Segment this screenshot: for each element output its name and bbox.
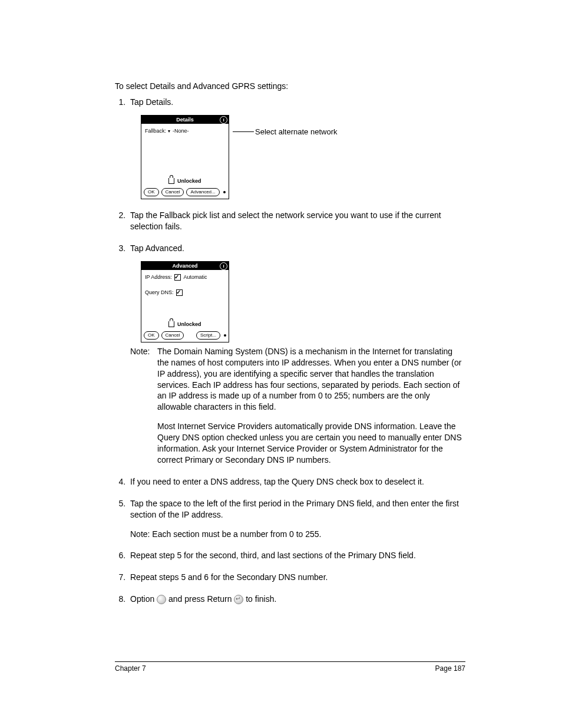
dialog-title: Advanced xyxy=(172,263,197,269)
steps-list: Tap Details. Details i Fallback: -None- xyxy=(115,97,465,605)
ip-label: IP Address: xyxy=(145,274,172,280)
page-content: To select Details and Advanced GPRS sett… xyxy=(115,81,465,615)
step-text: Repeat step 5 for the second, third, and… xyxy=(130,551,416,560)
lock-status: Unlocked xyxy=(145,321,225,328)
figure-advanced: Advanced i IP Address: Automatic Query D… xyxy=(130,261,465,342)
callout-line xyxy=(233,131,254,132)
query-dns-checkbox[interactable] xyxy=(176,289,183,296)
figure-details: Details i Fallback: -None- Unlocked xyxy=(130,115,465,199)
unlocked-text: Unlocked xyxy=(177,178,201,184)
fallback-label: Fallback: xyxy=(145,128,166,134)
page-footer: Chapter 7 Page 187 xyxy=(115,661,465,673)
ip-auto-checkbox[interactable] xyxy=(174,274,181,281)
cancel-button[interactable]: Cancel xyxy=(161,188,184,196)
lock-icon xyxy=(168,321,174,327)
unlocked-text: Unlocked xyxy=(177,321,201,327)
lock-icon xyxy=(168,178,174,184)
dialog-buttons: OK Cancel Advanced... xyxy=(141,187,229,199)
step-8-a: Option xyxy=(130,594,157,604)
step-8-c: to finish. xyxy=(246,594,276,604)
step-2: Tap the Fallback pick list and select th… xyxy=(128,210,465,232)
fallback-picklist[interactable]: -None- xyxy=(168,127,189,135)
option-key-icon xyxy=(157,595,166,604)
note-block: Note: The Domain Naming System (DNS) is … xyxy=(130,346,465,466)
info-icon[interactable]: i xyxy=(220,262,227,270)
query-dns-label: Query DNS: xyxy=(145,289,174,295)
step-text: Tap Advanced. xyxy=(130,243,184,253)
details-dialog: Details i Fallback: -None- Unlocked xyxy=(141,115,229,199)
step-1: Tap Details. Details i Fallback: -None- xyxy=(128,97,465,199)
dialog-buttons: OK Cancel Script... xyxy=(141,330,229,342)
step-5: Tap the space to the left of the first p… xyxy=(128,498,465,540)
footer-chapter: Chapter 7 xyxy=(115,664,146,673)
dialog-title: Details xyxy=(176,117,194,123)
fallback-row: Fallback: -None- xyxy=(145,127,225,135)
query-dns-row: Query DNS: xyxy=(145,289,225,296)
return-key-icon xyxy=(234,595,243,604)
ip-address-row: IP Address: Automatic xyxy=(145,274,225,281)
step-4: If you need to enter a DNS address, tap … xyxy=(128,476,465,487)
callout-1: Select alternate network xyxy=(233,127,337,137)
ok-button[interactable]: OK xyxy=(144,331,159,340)
ip-value: Automatic xyxy=(183,274,207,280)
step-8: Option and press Return to finish. xyxy=(128,594,465,605)
advanced-dialog: Advanced i IP Address: Automatic Query D… xyxy=(141,261,229,342)
note-body: The Domain Naming System (DNS) is a mech… xyxy=(157,346,465,466)
note-label: Note: xyxy=(130,346,157,466)
footer-page: Page 187 xyxy=(435,664,465,673)
step-text: Repeat steps 5 and 6 for the Secondary D… xyxy=(130,572,328,582)
dialog-title-bar: Advanced i xyxy=(141,262,229,270)
step-6: Repeat step 5 for the second, third, and… xyxy=(128,550,465,561)
step-7: Repeat steps 5 and 6 for the Secondary D… xyxy=(128,572,465,583)
note-p1: The Domain Naming System (DNS) is a mech… xyxy=(157,346,465,413)
fallback-value: -None- xyxy=(173,128,189,134)
step-5-note: Note: Each section must be a number from… xyxy=(130,529,465,540)
lock-status: Unlocked xyxy=(145,177,225,185)
step-8-b: and press Return xyxy=(168,594,234,604)
section-heading: To select Details and Advanced GPRS sett… xyxy=(115,81,465,91)
step-text: Tap the Fallback pick list and select th… xyxy=(130,210,441,231)
step-3: Tap Advanced. Advanced i IP Address: Aut… xyxy=(128,243,465,466)
stylus-dot-icon xyxy=(224,334,226,337)
cancel-button[interactable]: Cancel xyxy=(161,331,184,340)
script-button[interactable]: Script... xyxy=(196,331,220,340)
stylus-dot-icon xyxy=(223,191,226,193)
step-text: Tap Details. xyxy=(130,97,173,107)
dialog-title-bar: Details i xyxy=(141,116,229,124)
advanced-button[interactable]: Advanced... xyxy=(186,188,219,196)
step-text: If you need to enter a DNS address, tap … xyxy=(130,477,424,486)
callout-text: Select alternate network xyxy=(255,127,337,137)
info-icon[interactable]: i xyxy=(220,116,227,124)
note-p2: Most Internet Service Providers automati… xyxy=(157,421,465,466)
ok-button[interactable]: OK xyxy=(144,188,159,196)
step-text: Tap the space to the left of the first p… xyxy=(130,499,459,519)
